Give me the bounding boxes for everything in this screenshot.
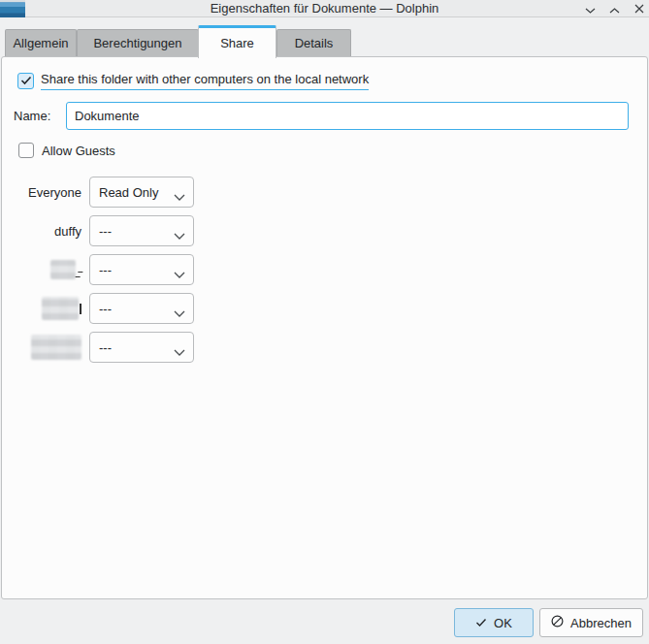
tab-label: Share (220, 36, 254, 50)
tab-label: Allgemein (13, 36, 68, 50)
window-title: Eigenschaften für Dokumente — Dolphin (0, 0, 649, 17)
permission-dropdown[interactable]: --- (89, 254, 194, 285)
chevron-down-icon (174, 344, 185, 359)
permission-user-label: Everyone (2, 177, 81, 208)
tab-details[interactable]: Details (276, 29, 351, 56)
ok-button[interactable]: OK (454, 608, 534, 637)
share-folder-row: Share this folder with other computers o… (17, 72, 369, 90)
dropdown-value: --- (99, 340, 112, 355)
chevron-down-icon (174, 306, 185, 320)
share-folder-checkbox[interactable] (17, 73, 34, 89)
chevron-up-icon (609, 2, 620, 16)
cancel-button-label: Abbrechen (570, 616, 632, 630)
user-name: duffy (54, 224, 81, 239)
permission-dropdown-duffy[interactable]: --- (89, 215, 194, 246)
tab-berechtigungen[interactable]: Berechtigungen (77, 29, 199, 56)
allow-guests-checkbox[interactable] (18, 143, 34, 158)
permission-user-label-redacted (2, 293, 81, 324)
check-icon (475, 616, 487, 630)
permission-dropdown[interactable]: --- (89, 293, 194, 324)
dropdown-value: Read Only (99, 185, 158, 200)
chevron-down-icon (174, 267, 185, 281)
cancel-button[interactable]: Abbrechen (539, 608, 643, 637)
tab-allgemein[interactable]: Allgemein (5, 29, 77, 56)
redacted-user-name (42, 297, 79, 320)
ok-button-label: OK (494, 616, 512, 630)
redaction-remnant (75, 272, 82, 277)
window-controls (583, 0, 646, 17)
tab-label: Details (295, 36, 334, 50)
close-button[interactable] (632, 2, 646, 16)
permission-user-label-redacted (2, 254, 81, 285)
chevron-down-icon (174, 189, 185, 204)
name-label: Name: (14, 102, 50, 130)
redacted-user-name (50, 260, 76, 279)
tab-label: Berechtigungen (93, 36, 181, 50)
close-icon (634, 2, 644, 16)
tab-share[interactable]: Share (198, 25, 276, 58)
dropdown-value: --- (99, 302, 112, 316)
chevron-down-icon (174, 228, 185, 242)
share-tab-panel: Share this folder with other computers o… (1, 56, 648, 599)
tab-bar: Allgemein Berechtigungen Share Details (0, 17, 649, 56)
share-name-input[interactable] (66, 102, 629, 130)
permission-dropdown[interactable]: --- (89, 332, 194, 363)
properties-dialog: { "window": { "title": "Eigenschaften fü… (0, 0, 649, 644)
allow-guests-row: Allow Guests (18, 143, 115, 158)
maximize-button[interactable] (607, 2, 622, 16)
chevron-down-icon (585, 2, 596, 16)
allow-guests-label: Allow Guests (42, 144, 115, 158)
minimize-button[interactable] (583, 2, 598, 16)
share-folder-label: Share this folder with other computers o… (41, 72, 369, 90)
cancel-icon (551, 615, 564, 630)
titlebar[interactable]: Eigenschaften für Dokumente — Dolphin (0, 0, 649, 17)
dropdown-value: --- (99, 263, 112, 277)
redacted-user-name (31, 335, 81, 360)
permission-user-label-redacted (2, 332, 81, 363)
redaction-remnant (80, 304, 81, 314)
check-icon (20, 74, 32, 88)
user-name: Everyone (28, 185, 81, 200)
dropdown-value: --- (99, 224, 112, 239)
permission-dropdown-everyone[interactable]: Read Only (89, 177, 194, 208)
permission-user-label: duffy (2, 215, 81, 246)
